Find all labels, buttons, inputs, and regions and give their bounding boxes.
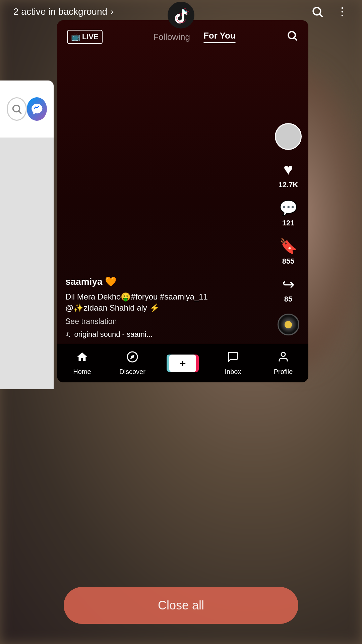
nav-tabs: Following For You <box>153 31 236 43</box>
caption-mention: @✨zidaan Shahid aly ⚡ <box>65 303 160 312</box>
nav-home[interactable]: Home <box>65 351 99 376</box>
tab-following[interactable]: Following <box>153 32 190 42</box>
share-count: 85 <box>284 295 292 304</box>
profile-label: Profile <box>274 368 293 376</box>
tiktok-logo-top <box>168 0 194 25</box>
sound-info: ♫ original sound - saami... <box>65 330 272 339</box>
left-card-bottom <box>0 138 54 389</box>
nav-inbox[interactable]: Inbox <box>216 351 250 376</box>
status-bar: 2 active in background › <box>0 0 362 23</box>
creator-name: saamiya 🧡 <box>65 276 272 287</box>
right-actions: ♥ 12.7K 💬 121 🔖 855 ↪ 85 <box>275 123 302 335</box>
app-search-icon[interactable] <box>286 30 298 44</box>
bookmark-icon: 🔖 <box>279 237 298 255</box>
add-button[interactable]: + <box>169 355 196 372</box>
left-overlay <box>0 80 54 389</box>
heart-icon: ♥ <box>284 160 293 178</box>
status-bar-right <box>311 5 349 18</box>
tiktok-logo-svg <box>173 7 189 23</box>
chevron-right-icon: › <box>111 7 113 16</box>
caption-text: Dil Mera Dekho🤑#foryou #saamiya_11 <box>65 292 208 301</box>
discover-icon <box>126 351 138 366</box>
active-background-text: 2 active in background <box>13 6 107 17</box>
top-menu-icon[interactable] <box>336 5 349 18</box>
svg-line-1 <box>320 14 322 16</box>
svg-line-6 <box>19 111 21 113</box>
like-button[interactable]: ♥ 12.7K <box>279 160 298 189</box>
svg-point-3 <box>342 11 343 13</box>
tiktok-logo[interactable] <box>168 2 194 29</box>
nav-discover[interactable]: Discover <box>116 351 149 376</box>
status-bar-left: 2 active in background › <box>13 6 113 17</box>
live-tv-icon: 📺 <box>71 33 80 41</box>
sound-text: original sound - saami... <box>74 330 153 339</box>
add-button-inner: + <box>169 355 196 372</box>
video-caption: Dil Mera Dekho🤑#foryou #saamiya_11 @✨zid… <box>65 291 272 314</box>
music-center-dot <box>285 321 292 328</box>
music-note-icon: ♫ <box>65 330 71 339</box>
share-button[interactable]: ↪ 85 <box>282 276 295 304</box>
close-all-text: Close all <box>158 598 204 612</box>
discover-label: Discover <box>119 368 145 376</box>
comment-button[interactable]: 💬 121 <box>279 199 298 227</box>
left-search-icon[interactable] <box>7 97 27 121</box>
home-icon <box>76 351 88 366</box>
comment-icon: 💬 <box>279 199 298 217</box>
messenger-icon[interactable] <box>27 97 47 121</box>
music-disc-btn[interactable] <box>278 314 299 335</box>
svg-point-4 <box>342 15 343 16</box>
bottom-nav: Home Discover + <box>57 344 308 382</box>
share-icon: ↪ <box>282 276 295 293</box>
comment-count: 121 <box>282 219 295 227</box>
plus-icon: + <box>180 357 186 370</box>
svg-line-8 <box>295 38 297 40</box>
nav-profile[interactable]: Profile <box>266 351 300 376</box>
tiktok-app: 📺 LIVE Following For You ♥ 12.7K <box>57 20 308 382</box>
nav-add[interactable]: + <box>166 355 199 372</box>
home-label: Home <box>73 368 91 376</box>
video-info: saamiya 🧡 Dil Mera Dekho🤑#foryou #saamiy… <box>65 276 272 339</box>
top-search-icon[interactable] <box>311 5 324 18</box>
inbox-icon <box>227 351 239 366</box>
svg-point-11 <box>281 353 285 357</box>
like-count: 12.7K <box>279 180 298 189</box>
profile-icon <box>277 351 289 366</box>
bookmark-count: 855 <box>282 257 295 266</box>
inbox-label: Inbox <box>225 368 241 376</box>
avatar <box>275 123 302 150</box>
music-disc <box>278 314 299 335</box>
creator-avatar-btn[interactable] <box>275 123 302 150</box>
bookmark-button[interactable]: 🔖 855 <box>279 237 298 266</box>
svg-marker-10 <box>130 355 135 359</box>
close-all-button[interactable]: Close all <box>64 587 298 624</box>
tab-foryou[interactable]: For You <box>203 31 236 43</box>
left-card-top <box>0 80 54 138</box>
see-translation-btn[interactable]: See translation <box>65 317 272 326</box>
live-badge[interactable]: 📺 LIVE <box>67 30 103 44</box>
live-text: LIVE <box>82 33 99 41</box>
svg-point-2 <box>342 7 343 9</box>
